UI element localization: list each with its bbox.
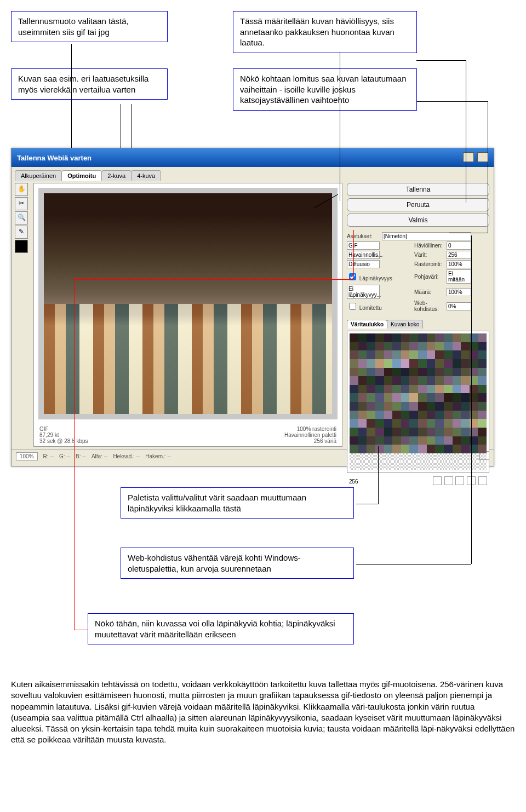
tab-2up[interactable]: 2-kuva [101,170,132,181]
reduction-select[interactable]: Havainnollis... [347,251,380,259]
color-swatch-cell[interactable] [427,393,436,402]
color-swatch-cell[interactable] [367,376,375,385]
color-swatch-cell[interactable] [478,411,487,419]
color-swatch-cell[interactable] [435,453,444,462]
color-swatch-cell[interactable] [470,436,478,445]
color-swatch-cell[interactable] [435,368,444,377]
color-swatch-cell[interactable] [350,376,358,385]
color-swatch-cell[interactable] [461,368,470,377]
color-swatch-cell[interactable] [453,445,461,453]
color-swatch-cell[interactable] [427,368,436,377]
color-swatch-cell[interactable] [358,445,367,453]
color-swatch-cell[interactable] [435,385,444,394]
color-swatch-cell[interactable] [444,445,453,453]
color-swatch-cell[interactable] [470,385,478,394]
color-swatch-cell[interactable] [478,419,487,428]
color-swatch-cell[interactable] [392,453,401,462]
colors-input[interactable]: 256 [447,251,471,259]
color-swatch-cell[interactable] [401,411,410,419]
done-button[interactable]: Valmis [347,214,489,227]
color-swatch-cell[interactable] [367,419,375,428]
format-select[interactable]: GIF [347,241,380,250]
color-swatch-cell[interactable] [478,350,487,359]
color-swatch-cell[interactable] [401,393,410,402]
color-swatch-cell[interactable] [409,428,418,436]
color-swatch-cell[interactable] [470,350,478,359]
color-swatch-cell[interactable] [470,419,478,428]
color-swatch-cell[interactable] [358,333,367,342]
color-swatch-cell[interactable] [375,359,384,368]
websnap-input[interactable]: 0% [447,302,471,310]
color-swatch-cell[interactable] [453,359,461,368]
color-swatch-cell[interactable] [418,368,427,377]
color-swatch-cell[interactable] [409,402,418,411]
color-swatch-cell[interactable] [384,359,393,368]
color-swatch-cell[interactable] [470,411,478,419]
color-swatch-cell[interactable] [444,411,453,419]
preset-select[interactable]: [Nimetön] [382,232,471,240]
color-swatch-cell[interactable] [375,436,384,445]
color-swatch-cell[interactable] [461,445,470,453]
color-swatch-cell[interactable] [367,402,375,411]
color-swatch-cell[interactable] [409,385,418,394]
tab-color-table[interactable]: Väritaulukko [347,320,387,329]
color-swatch-cell[interactable] [444,462,453,470]
color-swatch-cell[interactable] [418,350,427,359]
color-swatch-cell[interactable] [453,376,461,385]
color-swatch-cell[interactable] [392,445,401,453]
color-swatch-cell[interactable] [375,342,384,351]
color-swatch-cell[interactable] [409,359,418,368]
color-swatch-cell[interactable] [461,342,470,351]
color-swatch-cell[interactable] [350,342,358,351]
color-swatch-cell[interactable] [409,436,418,445]
color-swatch-cell[interactable] [435,411,444,419]
color-swatch-cell[interactable] [401,436,410,445]
color-swatch-cell[interactable] [367,393,375,402]
color-swatch-cell[interactable] [453,436,461,445]
color-swatch-cell[interactable] [427,376,436,385]
color-swatch-cell[interactable] [384,411,393,419]
color-swatch-cell[interactable] [453,462,461,470]
color-swatch-cell[interactable] [461,402,470,411]
eyedropper-tool-icon[interactable]: ✎ [15,226,28,239]
tab-original[interactable]: Alkuperäinen [15,170,62,181]
color-swatch-cell[interactable] [401,385,410,394]
color-swatch-cell[interactable] [392,411,401,419]
color-swatch-cell[interactable] [358,402,367,411]
color-swatch-cell[interactable] [427,436,436,445]
color-swatch-cell[interactable] [418,411,427,419]
color-swatch-cell[interactable] [350,419,358,428]
color-swatch-cell[interactable] [358,376,367,385]
color-swatch-cell[interactable] [367,368,375,377]
color-swatch-cell[interactable] [367,350,375,359]
color-swatch-cell[interactable] [470,376,478,385]
color-swatch-cell[interactable] [418,436,427,445]
color-swatch-cell[interactable] [427,453,436,462]
color-swatch-cell[interactable] [409,333,418,342]
color-swatch-cell[interactable] [358,411,367,419]
color-swatch-cell[interactable] [453,419,461,428]
color-swatch-cell[interactable] [392,402,401,411]
slice-tool-icon[interactable]: ✂ [15,197,28,210]
color-swatch-cell[interactable] [427,342,436,351]
color-swatch-cell[interactable] [384,462,393,470]
color-swatch-cell[interactable] [418,402,427,411]
color-swatch-cell[interactable] [375,428,384,436]
color-swatch-cell[interactable] [435,436,444,445]
color-swatch-cell[interactable] [384,376,393,385]
color-swatch-cell[interactable] [401,342,410,351]
color-swatch-cell[interactable] [444,393,453,402]
interlaced-checkbox[interactable] [349,303,356,310]
color-swatch-cell[interactable] [350,453,358,462]
color-swatch-cell[interactable] [435,428,444,436]
color-swatch-cell[interactable] [401,333,410,342]
color-swatch-cell[interactable] [350,428,358,436]
color-swatch-cell[interactable] [384,445,393,453]
color-swatch-cell[interactable] [350,385,358,394]
color-swatch-cell[interactable] [461,462,470,470]
color-swatch-cell[interactable] [461,411,470,419]
color-swatch-cell[interactable] [453,411,461,419]
color-swatch-cell[interactable] [409,419,418,428]
dither-select[interactable]: Diffuusio [347,260,380,268]
color-swatch-cell[interactable] [418,333,427,342]
